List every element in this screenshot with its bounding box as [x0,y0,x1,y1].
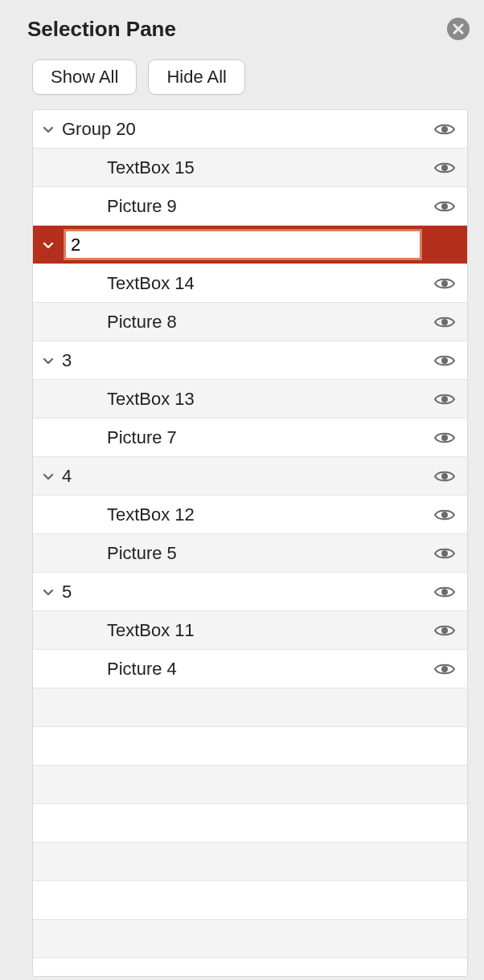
object-row[interactable]: TextBox 11 [33,611,467,650]
item-label: TextBox 11 [59,620,422,641]
object-row[interactable]: TextBox 13 [33,380,467,419]
svg-point-10 [441,512,448,518]
hide-all-button[interactable]: Hide All [148,59,245,95]
visibility-toggle[interactable] [422,310,467,334]
object-row[interactable]: Picture 9 [33,187,467,226]
show-all-button[interactable]: Show All [32,59,137,95]
empty-row [33,688,467,727]
svg-point-12 [441,589,448,595]
visibility-toggle[interactable] [422,156,467,180]
svg-point-14 [441,666,448,672]
selection-pane: Selection Pane Show All Hide All Group 2… [0,0,484,980]
toolbar: Show All Hide All [0,48,484,109]
visibility-toggle[interactable] [422,272,467,296]
item-label: Picture 5 [59,543,422,564]
group-row[interactable]: Group 20 [33,110,467,149]
group-row[interactable]: 3 [33,341,467,380]
object-row[interactable]: TextBox 15 [33,149,467,187]
item-label: 5 [59,582,422,602]
item-label: Picture 7 [59,427,422,448]
svg-point-1 [441,165,448,171]
svg-point-5 [441,319,448,325]
empty-row [33,766,467,804]
visibility-toggle[interactable] [422,464,467,488]
item-label: TextBox 13 [59,389,422,410]
expand-toggle[interactable] [33,239,59,251]
group-row[interactable]: 4 [33,457,467,496]
item-label: TextBox 12 [59,504,422,525]
item-label: 3 [59,350,422,371]
expand-toggle[interactable] [33,354,59,367]
item-label: Group 20 [59,119,422,140]
group-row[interactable] [33,226,467,264]
item-label: 4 [59,466,422,487]
visibility-toggle[interactable] [422,619,467,643]
visibility-toggle[interactable] [422,117,467,141]
svg-point-7 [441,396,448,402]
svg-point-0 [441,126,448,133]
object-row[interactable]: Picture 4 [33,650,467,688]
item-label: Picture 9 [59,196,422,217]
svg-point-13 [441,627,448,634]
object-row[interactable]: Picture 5 [33,534,467,573]
object-row[interactable]: Picture 8 [33,303,467,341]
selection-list[interactable]: Group 20TextBox 15Picture 9TextBox 14Pic… [32,109,468,977]
expand-toggle[interactable] [33,586,59,598]
svg-point-2 [441,203,448,210]
object-row[interactable]: Picture 7 [33,419,467,457]
close-button[interactable] [447,18,470,40]
empty-row [33,881,467,920]
expand-toggle[interactable] [33,470,59,483]
visibility-toggle[interactable] [422,503,467,527]
svg-point-8 [441,435,448,441]
visibility-toggle[interactable] [422,194,467,218]
close-icon [453,23,464,35]
visibility-toggle[interactable] [422,541,467,566]
object-row[interactable]: TextBox 14 [33,264,467,303]
visibility-toggle[interactable] [422,657,467,681]
object-row[interactable]: TextBox 12 [33,496,467,534]
group-row[interactable]: 5 [33,573,467,611]
svg-point-4 [441,280,448,287]
visibility-toggle[interactable] [422,387,467,411]
svg-point-9 [441,473,448,480]
empty-row [33,843,467,881]
pane-header: Selection Pane [0,0,484,48]
visibility-toggle[interactable] [422,349,467,373]
svg-point-11 [441,550,448,557]
pane-title: Selection Pane [27,17,176,42]
item-label: Picture 4 [59,659,422,680]
svg-point-6 [441,357,448,364]
empty-row [33,727,467,766]
visibility-toggle[interactable] [422,580,467,604]
item-label: Picture 8 [59,312,422,333]
empty-row [33,804,467,843]
expand-toggle[interactable] [33,123,59,136]
empty-row [33,920,467,958]
rename-input[interactable] [64,229,422,260]
visibility-toggle[interactable] [422,426,467,450]
item-label: TextBox 14 [59,273,422,294]
item-label: TextBox 15 [59,157,422,178]
